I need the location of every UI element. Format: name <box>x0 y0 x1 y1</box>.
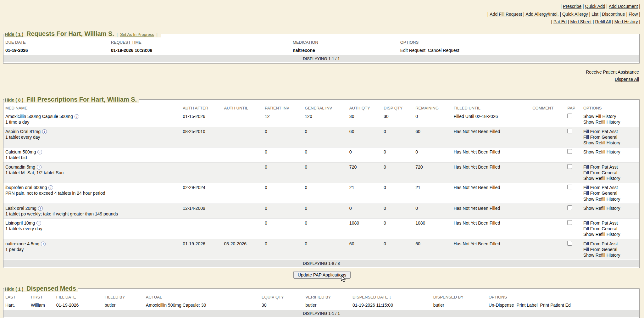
option-link-fill-from-general[interactable]: Fill From General <box>583 135 617 140</box>
column-header-pap[interactable]: PAP <box>565 103 581 112</box>
cell-auth-after: 12-14-2009 <box>181 204 222 218</box>
column-header-equiv-qty[interactable]: EQUIV QTY <box>260 292 304 301</box>
option-link-show-refill-history[interactable]: Show Refill History <box>583 176 620 181</box>
separator: | <box>560 12 561 17</box>
column-header-patient-inv[interactable]: PATIENT INV <box>263 103 303 112</box>
cell-comment <box>530 204 565 218</box>
column-header-first[interactable]: FIRST <box>29 292 54 301</box>
hide-fill-link[interactable]: Hide ( 8 ) <box>5 98 23 103</box>
info-icon[interactable]: i <box>42 129 47 134</box>
column-header-options[interactable]: OPTIONS <box>398 37 639 46</box>
separator: | <box>612 19 613 24</box>
column-header-filled-until[interactable]: FILLED UNTIL <box>452 103 530 112</box>
cell-auth-until <box>222 127 263 148</box>
nav-link-quick-allergy[interactable]: Quick Allergy <box>562 12 588 17</box>
column-header-options[interactable]: OPTIONS <box>487 292 639 301</box>
info-icon[interactable]: i <box>48 185 53 190</box>
cell-auth-qty: 60 <box>347 127 382 148</box>
pap-checkbox[interactable] <box>567 241 572 246</box>
option-link-show-refill-history[interactable]: Show Refill History <box>583 197 620 202</box>
column-header-dispensed-date[interactable]: DISPENSED DATE↓ <box>351 292 431 301</box>
column-header-last[interactable]: LAST <box>3 292 29 301</box>
column-header-request-time[interactable]: REQUEST TIME <box>109 37 291 46</box>
requests-displaying: DISPLAYING 1-1 / 1 <box>3 55 639 62</box>
option-link-cancel-request[interactable]: Cancel Request <box>428 48 459 53</box>
cell-remaining: 0 <box>414 148 452 162</box>
column-header-verified-by[interactable]: VERIFIED BY <box>303 292 351 301</box>
column-header-remaining[interactable]: REMAINING <box>414 103 452 112</box>
info-icon[interactable]: i <box>75 114 79 119</box>
pap-checkbox[interactable] <box>567 114 572 118</box>
info-icon[interactable]: i <box>37 150 42 154</box>
nav-link-med-sheet[interactable]: Med Sheet <box>570 19 591 24</box>
option-link-fill-from-general[interactable]: Fill From General <box>583 226 617 231</box>
nav-link-prescribe[interactable]: Prescribe <box>563 4 581 9</box>
nav-link-list[interactable]: List <box>591 12 598 17</box>
column-header-medication[interactable]: MEDICATION <box>291 37 398 46</box>
column-header-disp-qty[interactable]: DISP QTY <box>382 103 414 112</box>
receive-patient-assistance-link[interactable]: Receive Patient Assistance <box>0 69 639 76</box>
pap-checkbox[interactable] <box>567 164 572 169</box>
pap-checkbox[interactable] <box>567 205 572 210</box>
hide-requests-link[interactable]: Hide ( 1 ) <box>5 32 23 37</box>
option-link-show-refill-history[interactable]: Show Refill History <box>583 253 620 258</box>
cell-med-name: ibuprofen oral 600mgiPRN pain, not to ex… <box>3 183 181 204</box>
pap-checkbox[interactable] <box>567 185 572 189</box>
set-as-in-progress-link[interactable]: Set As In Progress <box>120 32 154 37</box>
nav-link-med-history[interactable]: Med History <box>614 19 638 24</box>
column-header-label: MED NAME <box>5 106 27 110</box>
nav-link-add-document[interactable]: Add Document <box>609 4 638 9</box>
column-header-filled-by[interactable]: FILLED BY <box>103 292 144 301</box>
option-link-show-fill-history[interactable]: Show Fill History <box>583 114 616 119</box>
info-icon[interactable]: i <box>37 165 42 170</box>
cell-options: Fill From Pat AsstFill From GeneralShow … <box>581 219 639 239</box>
option-link-show-refill-history[interactable]: Show Refill History <box>583 149 620 154</box>
option-link-fill-from-general[interactable]: Fill From General <box>583 170 617 175</box>
option-link-fill-from-pat-asst[interactable]: Fill From Pat Asst <box>583 241 618 246</box>
column-header-general-inv[interactable]: GENERAL INV <box>303 103 347 112</box>
option-link-print-label[interactable]: Print Label <box>517 303 538 308</box>
pap-checkbox[interactable] <box>567 129 572 133</box>
update-pap-applications-button[interactable]: Update PAP Applications <box>293 271 351 279</box>
option-link-fill-from-pat-asst[interactable]: Fill From Pat Asst <box>583 129 618 134</box>
column-header-label: ACTUAL <box>146 295 162 299</box>
column-header-due-date[interactable]: DUE DATE <box>3 37 109 46</box>
hide-dispensed-link[interactable]: Hide ( 1 ) <box>5 287 23 292</box>
nav-link-discontinue[interactable]: Discontinue <box>602 12 625 17</box>
option-link-fill-from-general[interactable]: Fill From General <box>583 191 617 196</box>
option-link-fill-from-pat-asst[interactable]: Fill From Pat Asst <box>583 185 618 190</box>
option-link-edit-request[interactable]: Edit Request <box>400 48 425 53</box>
column-header-med-name[interactable]: MED NAME <box>3 103 181 112</box>
info-icon[interactable]: i <box>36 221 41 226</box>
nav-link-pat-ed[interactable]: Pat.Ed <box>553 19 567 24</box>
column-header-auth-until[interactable]: AUTH UNTIL <box>222 103 263 112</box>
pap-checkbox[interactable] <box>567 220 572 225</box>
med-directions: 1 tablets every day <box>5 226 179 232</box>
option-link-show-refill-history[interactable]: Show Refill History <box>583 206 620 211</box>
column-header-fill-date[interactable]: FILL DATE <box>54 292 103 301</box>
option-link-show-refill-history[interactable]: Show Refill History <box>583 140 620 145</box>
nav-link-refill-all[interactable]: Refill All <box>595 19 611 24</box>
nav-link-quick-add[interactable]: Quick Add <box>585 4 605 9</box>
option-link-fill-from-general[interactable]: Fill From General <box>583 247 617 252</box>
column-header-auth-after[interactable]: AUTH AFTER <box>181 103 222 112</box>
column-header-options[interactable]: OPTIONS <box>581 103 639 112</box>
nav-link-add-allergy-intol[interactable]: Add Allergy/Intol. <box>526 12 559 17</box>
option-link-fill-from-pat-asst[interactable]: Fill From Pat Asst <box>583 165 618 170</box>
dispense-all-link[interactable]: Dispense All <box>0 76 639 83</box>
option-link-show-refill-history[interactable]: Show Refill History <box>583 232 620 237</box>
info-icon[interactable]: i <box>41 242 46 246</box>
option-link-un-dispense[interactable]: Un-Dispense <box>489 303 514 308</box>
cell-auth-after: 08-25-2010 <box>181 127 222 148</box>
option-link-show-refill-history[interactable]: Show Refill History <box>583 120 620 125</box>
nav-link-flow[interactable]: Flow <box>629 12 638 17</box>
info-icon[interactable]: i <box>38 206 43 211</box>
nav-link-add-fill-request[interactable]: Add Fill Request <box>490 12 522 17</box>
column-header-dispensed-by[interactable]: DISPENSED BY <box>431 292 487 301</box>
option-link-print-patient-ed[interactable]: Print Patient Ed <box>540 303 571 308</box>
option-link-fill-from-pat-asst[interactable]: Fill From Pat Asst <box>583 220 618 226</box>
column-header-actual[interactable]: ACTUAL <box>144 292 260 301</box>
pap-checkbox[interactable] <box>567 149 572 154</box>
column-header-auth-qty[interactable]: AUTH QTY <box>347 103 382 112</box>
column-header-comment[interactable]: COMMENT <box>530 103 565 112</box>
